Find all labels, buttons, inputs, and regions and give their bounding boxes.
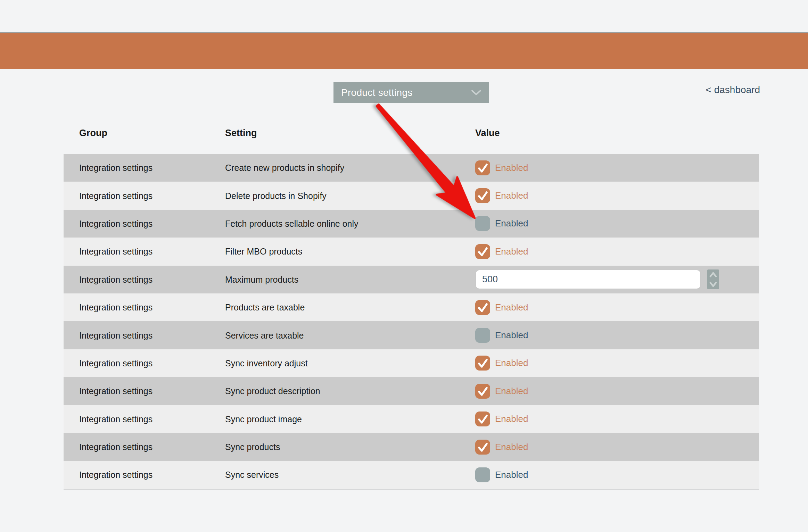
stepper-down-icon xyxy=(709,281,717,288)
setting-cell: Sync inventory adjust xyxy=(225,358,308,368)
header-banner xyxy=(0,33,808,69)
column-header-setting: Setting xyxy=(225,128,257,139)
enabled-checkbox[interactable] xyxy=(475,300,490,315)
enabled-checkbox[interactable] xyxy=(475,328,490,343)
checkmark-icon xyxy=(475,384,490,399)
group-cell: Integration settings xyxy=(79,414,152,424)
enabled-label: Enabled xyxy=(495,330,528,341)
table-row: Integration settings Filter MBO products… xyxy=(64,238,759,265)
setting-cell: Sync product image xyxy=(225,414,302,424)
enabled-label: Enabled xyxy=(495,246,528,257)
group-cell: Integration settings xyxy=(79,274,152,284)
group-cell: Integration settings xyxy=(79,358,152,368)
enabled-label: Enabled xyxy=(495,442,528,452)
enabled-checkbox[interactable] xyxy=(475,356,490,371)
stepper-down-button[interactable] xyxy=(707,280,719,290)
setting-cell: Sync product description xyxy=(225,386,320,396)
settings-table: Integration settings Create new products… xyxy=(64,154,759,490)
table-row: Integration settings Sync products Enabl… xyxy=(64,433,759,461)
group-cell: Integration settings xyxy=(79,386,152,396)
value-cell: Enabled xyxy=(475,210,528,238)
group-cell: Integration settings xyxy=(79,330,152,340)
group-cell: Integration settings xyxy=(79,247,152,257)
value-cell: Enabled xyxy=(475,238,528,265)
table-row: Integration settings Maximum products xyxy=(64,266,759,293)
setting-cell: Sync products xyxy=(225,442,280,452)
enabled-label: Enabled xyxy=(495,358,528,368)
enabled-checkbox[interactable] xyxy=(475,160,490,175)
value-cell: Enabled xyxy=(475,293,528,321)
table-row: Integration settings Sync services Enabl… xyxy=(64,461,759,489)
value-cell: Enabled xyxy=(475,405,528,433)
table-row: Integration settings Delete products in … xyxy=(64,182,759,209)
value-cell: Enabled xyxy=(475,461,528,489)
table-row: Integration settings Create new products… xyxy=(64,154,759,182)
enabled-label: Enabled xyxy=(495,163,528,173)
checkmark-icon xyxy=(475,300,490,315)
table-column-headers: Group Setting Value xyxy=(64,128,759,142)
group-cell: Integration settings xyxy=(79,191,152,201)
chevron-down-icon xyxy=(471,90,481,96)
group-cell: Integration settings xyxy=(79,302,152,313)
value-cell: Enabled xyxy=(475,377,528,405)
table-row: Integration settings Sync product descri… xyxy=(64,377,759,405)
group-cell: Integration settings xyxy=(79,470,152,480)
dashboard-back-link[interactable]: < dashboard xyxy=(706,84,760,95)
product-settings-dropdown[interactable]: Product settings xyxy=(333,82,489,103)
value-cell: Enabled xyxy=(475,154,528,182)
value-cell: Enabled xyxy=(475,433,528,461)
checkmark-icon xyxy=(475,188,490,203)
checkmark-icon xyxy=(475,160,490,175)
checkmark-icon xyxy=(475,356,490,371)
setting-cell: Filter MBO products xyxy=(225,247,302,257)
stepper-up-icon xyxy=(709,272,717,278)
enabled-label: Enabled xyxy=(495,469,528,480)
value-cell xyxy=(475,266,719,293)
enabled-label: Enabled xyxy=(495,414,528,424)
table-row: Integration settings Fetch products sell… xyxy=(64,210,759,238)
number-stepper xyxy=(707,269,719,289)
page: Product settings < dashboard Group Setti… xyxy=(0,0,808,532)
checkmark-icon xyxy=(475,412,490,426)
enabled-checkbox[interactable] xyxy=(475,188,490,203)
enabled-checkbox[interactable] xyxy=(475,467,490,482)
max-products-input[interactable] xyxy=(475,269,701,289)
enabled-label: Enabled xyxy=(495,218,528,229)
value-cell: Enabled xyxy=(475,182,528,209)
table-row: Integration settings Sync inventory adju… xyxy=(64,349,759,377)
group-cell: Integration settings xyxy=(79,163,152,173)
enabled-checkbox[interactable] xyxy=(475,384,490,399)
group-cell: Integration settings xyxy=(79,218,152,228)
enabled-label: Enabled xyxy=(495,302,528,313)
table-row: Integration settings Products are taxabl… xyxy=(64,293,759,321)
group-cell: Integration settings xyxy=(79,442,152,452)
product-settings-dropdown-label: Product settings xyxy=(341,87,413,98)
setting-cell: Create new products in shopify xyxy=(225,163,344,173)
enabled-label: Enabled xyxy=(495,386,528,397)
setting-cell: Sync services xyxy=(225,470,279,480)
setting-cell: Products are taxable xyxy=(225,302,305,313)
enabled-checkbox[interactable] xyxy=(475,216,490,231)
enabled-checkbox[interactable] xyxy=(475,412,490,426)
value-cell: Enabled xyxy=(475,349,528,377)
setting-cell: Delete products in Shopify xyxy=(225,191,327,201)
column-header-group: Group xyxy=(79,128,107,139)
column-header-value: Value xyxy=(475,128,500,139)
enabled-checkbox[interactable] xyxy=(475,244,490,259)
enabled-label: Enabled xyxy=(495,190,528,201)
stepper-up-button[interactable] xyxy=(707,269,719,280)
table-row: Integration settings Sync product image … xyxy=(64,405,759,433)
setting-cell: Maximum products xyxy=(225,274,298,284)
table-row: Integration settings Services are taxabl… xyxy=(64,321,759,349)
value-cell: Enabled xyxy=(475,321,528,349)
checkmark-icon xyxy=(475,440,490,455)
setting-cell: Services are taxable xyxy=(225,330,304,340)
enabled-checkbox[interactable] xyxy=(475,440,490,455)
checkmark-icon xyxy=(475,244,490,259)
setting-cell: Fetch products sellable online only xyxy=(225,218,358,228)
